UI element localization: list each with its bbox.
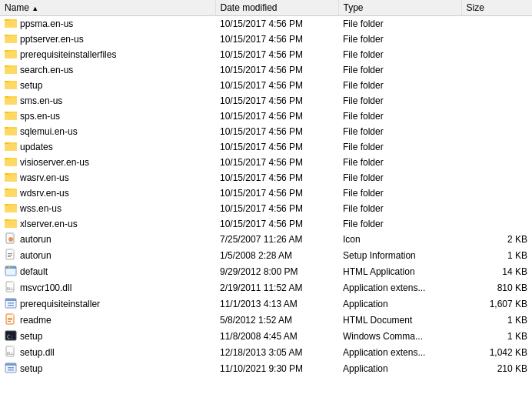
table-row[interactable]: pptserver.en-us10/15/2017 4:56 PMFile fo…	[0, 32, 532, 47]
file-name-cell: sms.en-us	[0, 93, 215, 109]
table-row[interactable]: sps.en-us10/15/2017 4:56 PMFile folder	[0, 109, 532, 124]
file-name-cell: pptserver.en-us	[0, 32, 215, 47]
setup-inf-icon	[5, 249, 17, 263]
file-name-cell: autorun	[0, 248, 215, 264]
svg-rect-41	[5, 221, 17, 228]
file-date-cell: 5/8/2012 1:52 AM	[215, 312, 338, 329]
col-header-size[interactable]: Size	[461, 0, 532, 16]
exe-file-icon	[5, 362, 17, 376]
table-row[interactable]: visioserver.en-us10/15/2017 4:56 PMFile …	[0, 155, 532, 170]
svg-rect-5	[5, 36, 17, 43]
file-type-cell: Application	[338, 361, 461, 377]
col-header-type[interactable]: Type	[338, 0, 461, 16]
svg-rect-64	[8, 318, 12, 319]
table-row[interactable]: ppsma.en-us10/15/2017 4:56 PMFile folder	[0, 16, 532, 32]
file-name-cell: setup	[0, 361, 215, 377]
html-doc-icon	[5, 313, 17, 328]
svg-rect-2	[5, 21, 17, 28]
file-date-cell: 10/15/2017 4:56 PM	[215, 32, 338, 47]
table-row[interactable]: wss.en-us10/15/2017 4:56 PMFile folder	[0, 201, 532, 216]
file-date-cell: 10/15/2017 4:56 PM	[215, 78, 338, 93]
table-row[interactable]: DLL msvcr100.dll2/19/2011 11:52 AMApplic…	[0, 280, 532, 296]
svg-rect-59	[5, 299, 16, 301]
file-name-text: sqlemui.en-us	[20, 126, 78, 137]
svg-point-53	[8, 266, 10, 268]
file-size-cell: 1 KB	[461, 248, 532, 264]
svg-rect-74	[8, 367, 14, 369]
svg-rect-8	[5, 52, 17, 58]
file-name-text: search.en-us	[20, 65, 73, 75]
file-explorer: Name Date modified Type Size ppsma.en-us…	[0, 0, 532, 401]
file-type-cell: File folder	[338, 170, 461, 185]
file-type-cell: File folder	[338, 32, 461, 47]
svg-rect-46	[12, 249, 14, 252]
table-row[interactable]: updates10/15/2017 4:56 PMFile folder	[0, 139, 532, 155]
svg-rect-26	[5, 144, 17, 151]
name-col-label: Name	[5, 2, 29, 13]
file-type-cell: File folder	[338, 78, 461, 93]
icon-file-icon	[5, 232, 17, 247]
table-row[interactable]: prerequisiteinstaller11/1/2013 4:13 AMAp…	[0, 296, 532, 312]
table-row[interactable]: prerequisiteinstallerfiles10/15/2017 4:5…	[0, 47, 532, 62]
svg-rect-75	[8, 369, 14, 371]
file-name-cell: readme	[0, 312, 215, 329]
table-row[interactable]: readme5/8/2012 1:52 AMHTML Document1 KB	[0, 312, 532, 329]
folder-icon	[5, 217, 17, 230]
table-row[interactable]: search.en-us10/15/2017 4:56 PMFile folde…	[0, 62, 532, 78]
svg-rect-56	[12, 282, 14, 284]
file-name-text: updates	[20, 142, 53, 152]
svg-point-44	[8, 237, 13, 242]
table-row[interactable]: setup10/15/2017 4:56 PMFile folder	[0, 78, 532, 93]
file-size-cell: 2 KB	[461, 232, 532, 248]
file-date-cell: 10/15/2017 4:56 PM	[215, 201, 338, 216]
file-type-cell: Application	[338, 296, 461, 312]
file-date-cell: 10/15/2017 4:56 PM	[215, 139, 338, 155]
table-row[interactable]: setup11/10/2021 9:30 PMApplication210 KB	[0, 361, 532, 377]
svg-rect-65	[8, 319, 12, 320]
col-header-name[interactable]: Name	[0, 0, 215, 16]
file-name-cell: setup	[0, 78, 215, 93]
file-size-cell: 1,607 KB	[461, 296, 532, 312]
file-size-cell	[461, 93, 532, 109]
file-name-cell: DLL msvcr100.dll	[0, 280, 215, 296]
file-date-cell: 2/19/2011 11:52 AM	[215, 280, 338, 296]
table-row[interactable]: xlserver.en-us10/15/2017 4:56 PMFile fol…	[0, 216, 532, 232]
file-date-cell: 9/29/2012 8:00 PM	[215, 264, 338, 280]
file-date-cell: 7/25/2007 11:26 AM	[215, 232, 338, 248]
file-size-cell	[461, 216, 532, 232]
table-row[interactable]: sms.en-us10/15/2017 4:56 PMFile folder	[0, 93, 532, 109]
file-size-cell	[461, 201, 532, 216]
file-date-cell: 11/8/2008 4:45 AM	[215, 329, 338, 345]
file-name-text: xlserver.en-us	[20, 219, 78, 229]
table-row[interactable]: DLL setup.dll12/18/2013 3:05 AMApplicati…	[0, 345, 532, 361]
table-row[interactable]: default9/29/2012 8:00 PMHTML Application…	[0, 264, 532, 280]
file-name-text: setup	[20, 80, 42, 91]
svg-rect-47	[8, 253, 12, 254]
file-name-cell: wss.en-us	[0, 201, 215, 216]
table-row[interactable]: wasrv.en-us10/15/2017 4:56 PMFile folder	[0, 170, 532, 185]
file-name-cell: C: setup	[0, 329, 215, 345]
file-name-cell: DLL setup.dll	[0, 345, 215, 361]
file-size-cell	[461, 155, 532, 170]
file-size-cell: 810 KB	[461, 280, 532, 296]
svg-rect-73	[5, 363, 16, 366]
file-name-text: readme	[20, 315, 52, 326]
file-size-cell: 14 KB	[461, 264, 532, 280]
table-row[interactable]: autorun1/5/2008 2:28 AMSetup Information…	[0, 248, 532, 264]
table-row[interactable]: sqlemui.en-us10/15/2017 4:56 PMFile fold…	[0, 124, 532, 139]
folder-icon	[5, 186, 17, 199]
file-name-cell: autorun	[0, 232, 215, 248]
table-row[interactable]: wdsrv.en-us10/15/2017 4:56 PMFile folder	[0, 185, 532, 201]
file-name-text: autorun	[20, 234, 52, 245]
svg-text:C:: C:	[7, 334, 13, 340]
file-name-cell: visioserver.en-us	[0, 155, 215, 170]
svg-rect-17	[5, 98, 17, 105]
file-size-cell	[461, 62, 532, 78]
table-row[interactable]: autorun7/25/2007 11:26 AMIcon2 KB	[0, 232, 532, 248]
file-size-cell	[461, 47, 532, 62]
file-name-text: pptserver.en-us	[20, 34, 84, 45]
table-row[interactable]: C: setup11/8/2008 4:45 AMWindows Comma..…	[0, 329, 532, 345]
file-date-cell: 10/15/2017 4:56 PM	[215, 155, 338, 170]
col-header-date[interactable]: Date modified	[215, 0, 338, 16]
file-size-cell	[461, 78, 532, 93]
